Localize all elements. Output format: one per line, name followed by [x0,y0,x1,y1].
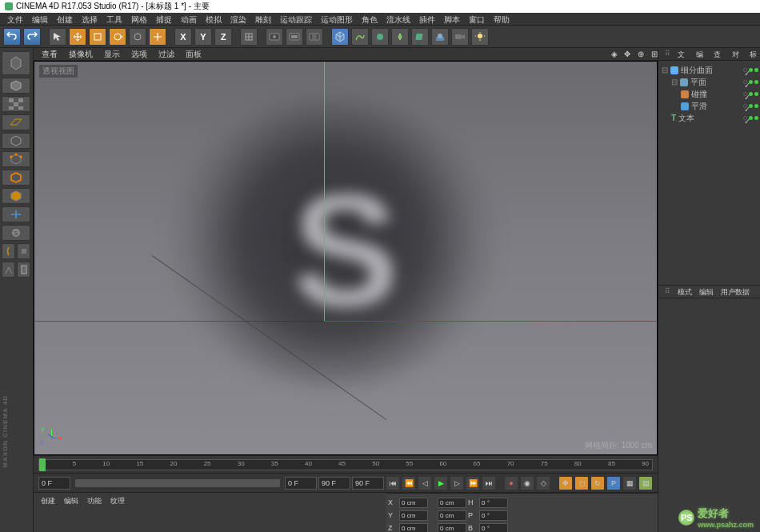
snap-button-b[interactable] [2,262,15,278]
menu-snap[interactable]: 捕捉 [152,13,176,25]
model-mode-button[interactable] [2,78,30,94]
x-axis-toggle[interactable]: X [174,28,192,46]
tree-item-subdiv[interactable]: ⊟ 细分曲面 ✓ [660,64,758,76]
attrib-tab-edit[interactable]: 编辑 [696,286,717,298]
menu-edit[interactable]: 编辑 [28,13,52,25]
enable-axis-button[interactable] [2,206,30,222]
autokey-button[interactable]: ◉ [520,476,534,490]
vp-menu-panel[interactable]: 面板 [181,48,206,61]
key-pos-button[interactable]: ✥ [558,476,573,490]
viewport[interactable]: 透视视图 S Y X Z 网格间距: 1000 cm [34,61,658,455]
timeline-playhead[interactable] [39,458,46,471]
key-scale-button[interactable]: ◻ [574,476,589,490]
menu-simulate[interactable]: 模拟 [202,13,226,25]
add-deformer-button[interactable] [411,28,429,46]
frame-max-input[interactable] [352,477,384,490]
key-opts-button[interactable]: ▤ [638,476,653,490]
next-frame-button[interactable]: ▷ [450,476,464,490]
coord-z-pos[interactable] [399,523,428,533]
workplane-button[interactable] [2,114,30,130]
tree-item-smoothing[interactable]: 平滑 ✓ [660,100,758,112]
add-cube-button[interactable] [331,28,349,46]
snap-button-a[interactable] [17,243,30,259]
objtab-view[interactable]: 查看 [710,48,728,60]
axis-widget[interactable]: Y X Z [42,429,60,446]
menu-select[interactable]: 选择 [78,13,102,25]
btab-edit[interactable]: 编辑 [60,494,82,508]
add-generator-button[interactable] [391,28,409,46]
frame-current-input[interactable] [285,477,317,490]
goto-start-button[interactable]: ⏮ [386,476,400,490]
btab-function[interactable]: 功能 [83,494,106,508]
menu-tools[interactable]: 工具 [102,13,126,25]
key-param-button[interactable]: P [606,476,621,490]
btab-texture[interactable]: 纹理 [106,494,129,508]
menu-render[interactable]: 渲染 [226,13,250,25]
add-spline-button[interactable] [351,28,369,46]
add-environment-button[interactable] [431,28,449,46]
live-select-tool[interactable] [49,28,66,46]
undo-button[interactable] [3,28,21,46]
menu-animate[interactable]: 动画 [177,13,201,25]
btab-create[interactable]: 创建 [37,494,59,508]
vp-menu-options[interactable]: 选项 [126,48,152,61]
vp-menu-camera[interactable]: 摄像机 [64,48,98,61]
menu-mograph[interactable]: 运动图形 [317,13,357,25]
rotate-tool[interactable] [109,28,126,46]
objtab-file[interactable]: 文件 [674,48,692,60]
vp-nav-icon-3[interactable]: ⊕ [633,49,644,59]
add-camera-button[interactable] [451,28,469,46]
vp-nav-icon-1[interactable]: ◈ [606,49,618,59]
axis-lock-tool[interactable] [149,28,166,46]
vp-nav-icon-4[interactable]: ⊞ [646,49,658,59]
render-settings-button[interactable] [306,28,323,46]
menu-motiontrack[interactable]: 运动跟踪 [276,13,316,25]
timeline-ruler[interactable]: 0 5 10 15 20 25 30 35 40 45 50 55 60 65 … [38,459,653,470]
snap-button-c[interactable] [17,262,30,278]
render-picture-button[interactable] [286,28,303,46]
texture-mode-button[interactable] [2,96,30,112]
vp-nav-icon-2[interactable]: ✥ [619,49,630,59]
attrib-tab-mode[interactable]: 模式 [674,286,695,298]
point-mode-button[interactable] [2,151,30,167]
objtab-edit[interactable]: 编辑 [693,48,710,60]
frame-start-input[interactable] [38,477,70,490]
coord-x-pos[interactable] [399,498,428,508]
vp-menu-filter[interactable]: 过滤 [154,48,179,61]
tree-item-collision[interactable]: 碰撞 ✓ [660,88,758,100]
move-tool[interactable] [69,28,86,46]
polygon-mode-button[interactable] [2,188,30,204]
add-light-button[interactable] [471,28,489,46]
menu-file[interactable]: 文件 [3,13,27,25]
coord-y-size[interactable] [438,510,466,521]
redo-button[interactable] [23,28,41,46]
tree-item-plane[interactable]: ⊟ 平面 ✓ [660,76,758,88]
objtab-object[interactable]: 对象 [729,48,746,60]
viewport-solo-button[interactable]: S [2,225,30,241]
prev-key-button[interactable]: ⏪ [402,476,416,490]
vp-menu-view[interactable]: 查看 [37,48,62,61]
add-nurbs-button[interactable] [371,28,389,46]
goto-end-button[interactable]: ⏭ [482,476,496,490]
coord-b-val[interactable] [479,523,508,533]
coord-h-val[interactable] [479,498,508,508]
frame-end-input[interactable] [318,477,350,490]
menu-help[interactable]: 帮助 [490,13,514,25]
next-key-button[interactable]: ⏩ [466,476,480,490]
range-slider[interactable] [75,479,280,487]
play-button[interactable]: ▶ [434,476,448,490]
objtab-tag[interactable]: 标 [746,48,760,60]
coord-system-button[interactable] [240,28,258,46]
menu-pipeline[interactable]: 流水线 [382,13,414,25]
menu-sculpt[interactable]: 雕刻 [251,13,275,25]
menu-character[interactable]: 角色 [358,13,382,25]
coord-z-size[interactable] [438,523,466,533]
prev-frame-button[interactable]: ◁ [418,476,432,490]
edge-mode-button[interactable] [2,170,30,186]
attrib-tab-userdata[interactable]: 用户数据 [718,286,753,298]
coord-y-pos[interactable] [399,510,428,521]
recent-tool[interactable] [129,28,146,46]
vp-menu-display[interactable]: 显示 [99,48,125,61]
z-axis-toggle[interactable]: Z [214,28,232,46]
key-rot-button[interactable]: ↻ [590,476,605,490]
